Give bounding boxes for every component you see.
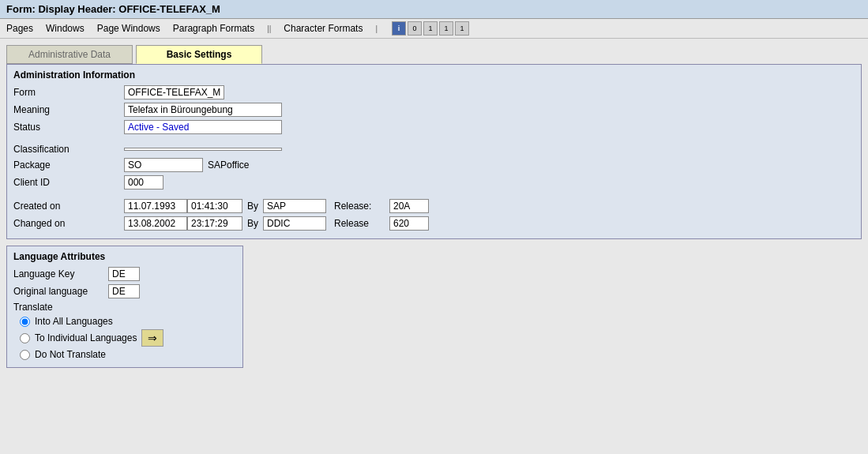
package-extra: SAPoffice (208, 159, 249, 171)
changed-release-value: 620 (389, 216, 429, 231)
changed-time: 23:17:29 (187, 216, 242, 231)
created-label: Created on (13, 201, 124, 212)
changed-row: Changed on 13.08.2002 23:17:29 By DDIC R… (13, 216, 855, 231)
radio-individual-languages[interactable] (20, 333, 30, 343)
radio-all-lang-row: Into All Languages (13, 316, 236, 327)
menu-pages[interactable]: Pages (6, 23, 33, 34)
classification-value (124, 148, 282, 151)
lang-key-row: Language Key DE (13, 267, 236, 281)
radio-no-translate-label: Do Not Translate (35, 349, 106, 360)
orig-lang-label: Original language (13, 286, 108, 297)
changed-by-value: DDIC (263, 216, 326, 231)
toolbar-icon-1[interactable]: i (392, 21, 406, 36)
client-id-value: 000 (124, 175, 163, 189)
client-id-row: Client ID 000 (13, 175, 855, 189)
changed-release-label: Release (334, 218, 389, 229)
translate-label: Translate (13, 302, 236, 313)
radio-no-translate[interactable] (20, 350, 30, 360)
status-value: Active - Saved (124, 120, 282, 134)
main-content: Administrative Data Basic Settings Admin… (0, 39, 868, 374)
created-time: 01:41:30 (187, 199, 242, 213)
lang-key-value: DE (108, 267, 140, 281)
language-section: Language Attributes Language Key DE Orig… (6, 246, 243, 368)
toolbar-icons: i 0 1 1 1 (392, 21, 469, 36)
form-row: Form OFFICE-TELEFAX_M (13, 85, 855, 99)
admin-section-title: Administration Information (13, 69, 855, 81)
radio-all-languages[interactable] (20, 317, 30, 327)
orig-lang-value: DE (108, 284, 140, 298)
meaning-value: Telefax in Büroungebung (124, 103, 282, 117)
package-value: SO (124, 158, 203, 172)
changed-label: Changed on (13, 218, 124, 229)
admin-info-section: Administration Information Form OFFICE-T… (6, 64, 862, 239)
lang-key-label: Language Key (13, 268, 108, 280)
radio-all-lang-label: Into All Languages (35, 316, 113, 327)
menu-page-windows[interactable]: Page Windows (97, 23, 160, 34)
created-release-label: Release: (334, 201, 389, 212)
status-row: Status Active - Saved (13, 120, 855, 134)
menu-paragraph-formats[interactable]: Paragraph Formats (173, 23, 254, 34)
toolbar-icon-5[interactable]: 1 (455, 21, 469, 36)
form-label: Form (13, 87, 124, 98)
created-date: 11.07.1993 (124, 199, 187, 213)
changed-by-label: By (247, 218, 258, 229)
toolbar-icon-2[interactable]: 0 (408, 21, 422, 36)
menu-character-formats[interactable]: Character Formats (284, 23, 363, 34)
tab-basic-settings[interactable]: Basic Settings (136, 45, 262, 64)
classification-row: Classification (13, 144, 855, 155)
created-by-value: SAP (263, 199, 326, 213)
meaning-row: Meaning Telefax in Büroungebung (13, 103, 855, 117)
translate-arrow-button[interactable]: ⇒ (141, 329, 163, 347)
client-id-label: Client ID (13, 177, 124, 188)
created-by-label: By (247, 201, 258, 212)
orig-lang-row: Original language DE (13, 284, 236, 298)
tab-admin-data[interactable]: Administrative Data (6, 45, 133, 64)
form-value: OFFICE-TELEFAX_M (124, 85, 224, 99)
tab-row: Administrative Data Basic Settings (6, 45, 862, 64)
radio-indiv-lang-label: To Individual Languages (35, 332, 137, 343)
classification-label: Classification (13, 144, 124, 155)
title-text: Form: Display Header: OFFICE-TELEFAX_M (6, 3, 220, 15)
language-section-title: Language Attributes (13, 251, 236, 262)
menu-bar: Pages Windows Page Windows Paragraph For… (0, 19, 868, 39)
toolbar-icon-4[interactable]: 1 (439, 21, 453, 36)
created-release-value: 20A (389, 199, 429, 213)
title-bar: Form: Display Header: OFFICE-TELEFAX_M (0, 0, 868, 19)
meaning-label: Meaning (13, 104, 124, 115)
package-label: Package (13, 159, 124, 171)
menu-windows[interactable]: Windows (46, 23, 85, 34)
radio-no-translate-row: Do Not Translate (13, 349, 236, 360)
package-row: Package SO SAPoffice (13, 158, 855, 172)
radio-indiv-lang-row: To Individual Languages ⇒ (13, 329, 236, 347)
created-row: Created on 11.07.1993 01:41:30 By SAP Re… (13, 199, 855, 213)
status-label: Status (13, 122, 124, 133)
changed-date: 13.08.2002 (124, 216, 187, 231)
toolbar-icon-3[interactable]: 1 (423, 21, 438, 36)
